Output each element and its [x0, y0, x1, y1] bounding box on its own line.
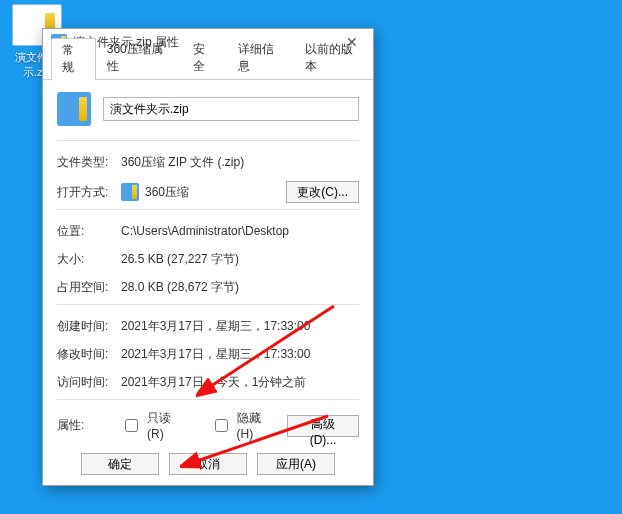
tab-details[interactable]: 详细信息: [227, 37, 294, 79]
divider: [57, 209, 359, 210]
app-icon: [121, 183, 139, 201]
location-value: C:\Users\Administrator\Desktop: [121, 224, 359, 238]
attributes-label: 属性:: [57, 417, 121, 434]
accessed-value: 2021年3月17日，今天，1分钟之前: [121, 374, 359, 391]
tab-360[interactable]: 360压缩属性: [96, 37, 182, 79]
divider: [57, 140, 359, 141]
filename-input[interactable]: [103, 97, 359, 121]
hidden-label: 隐藏(H): [237, 410, 275, 441]
openwith-label: 打开方式:: [57, 184, 121, 201]
filetype-label: 文件类型:: [57, 154, 121, 171]
openwith-value: 360压缩: [145, 184, 286, 201]
zip-file-icon: [57, 92, 91, 126]
location-label: 位置:: [57, 223, 121, 240]
modified-label: 修改时间:: [57, 346, 121, 363]
modified-value: 2021年3月17日，星期三，17:33:00: [121, 346, 359, 363]
readonly-checkbox[interactable]: [125, 419, 138, 432]
hidden-checkbox[interactable]: [215, 419, 228, 432]
readonly-label: 只读(R): [147, 410, 185, 441]
tab-previous[interactable]: 以前的版本: [294, 37, 373, 79]
filetype-value: 360压缩 ZIP 文件 (.zip): [121, 154, 359, 171]
disksize-value: 28.0 KB (28,672 字节): [121, 279, 359, 296]
disksize-label: 占用空间:: [57, 279, 121, 296]
advanced-button[interactable]: 高级(D)...: [287, 415, 359, 437]
properties-dialog: 演文件夹示.zip 属性 ✕ 常规 360压缩属性 安全 详细信息 以前的版本 …: [42, 28, 374, 486]
tab-security[interactable]: 安全: [182, 37, 227, 79]
cancel-button[interactable]: 取消: [169, 453, 247, 475]
divider: [57, 304, 359, 305]
size-label: 大小:: [57, 251, 121, 268]
tab-general[interactable]: 常规: [51, 38, 96, 80]
divider: [57, 399, 359, 400]
dialog-footer: 确定 取消 应用(A): [43, 453, 373, 475]
ok-button[interactable]: 确定: [81, 453, 159, 475]
created-label: 创建时间:: [57, 318, 121, 335]
accessed-label: 访问时间:: [57, 374, 121, 391]
tab-strip: 常规 360压缩属性 安全 详细信息 以前的版本: [43, 55, 373, 80]
created-value: 2021年3月17日，星期三，17:33:00: [121, 318, 359, 335]
change-button[interactable]: 更改(C)...: [286, 181, 359, 203]
size-value: 26.5 KB (27,227 字节): [121, 251, 359, 268]
apply-button[interactable]: 应用(A): [257, 453, 335, 475]
